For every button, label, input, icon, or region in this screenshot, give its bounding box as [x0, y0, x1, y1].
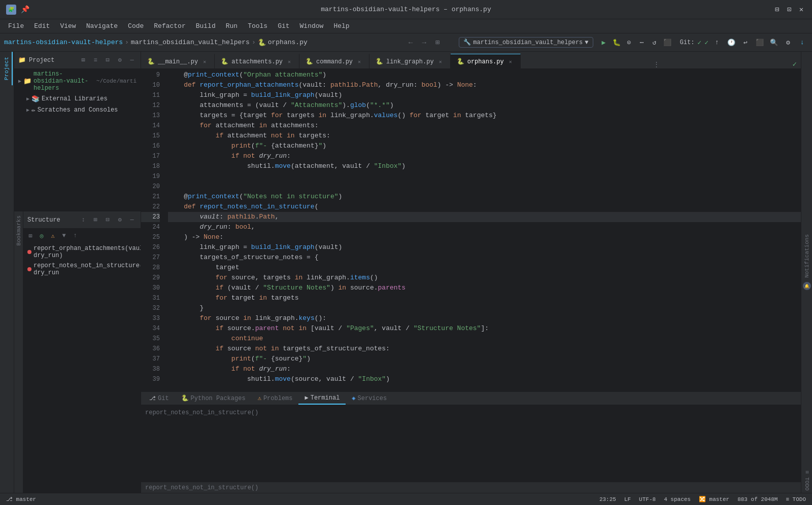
tab-attach-icon: 🐍: [221, 58, 228, 65]
encoding[interactable]: UTF-8: [637, 496, 658, 502]
git-stop-btn[interactable]: ⬛: [754, 37, 765, 48]
problems-tab[interactable]: ⚠ Problems: [252, 392, 299, 404]
struct-item-1[interactable]: report_orphan_attachments(vault, dry_run…: [23, 243, 141, 261]
editor-area: 🐍 __main__.py ✕ 🐍 attachments.py ✕ 🐍 com…: [141, 52, 801, 493]
stop-btn[interactable]: ⬛: [662, 37, 673, 48]
terminal-content[interactable]: report_notes_not_in_structure(): [141, 405, 801, 482]
tab-bar: 🐍 __main__.py ✕ 🐍 attachments.py ✕ 🐍 com…: [141, 52, 801, 69]
update-btn[interactable]: ↓: [797, 37, 808, 48]
menu-file[interactable]: File: [4, 21, 28, 31]
bookmarks-vtab[interactable]: Bookmarks: [14, 211, 23, 249]
menu-view[interactable]: View: [56, 21, 80, 31]
sort-btn[interactable]: ↕: [79, 215, 88, 225]
filter-btn[interactable]: ▼: [59, 231, 69, 241]
tree-scratches[interactable]: ▶ ✏ Scratches and Consoles: [14, 104, 141, 116]
forward-btn[interactable]: →: [419, 38, 429, 48]
git-history-btn[interactable]: 🕐: [726, 37, 737, 48]
menu-code[interactable]: Code: [124, 21, 148, 31]
flatten-btn[interactable]: ≡: [91, 56, 100, 65]
tab-attachments[interactable]: 🐍 attachments.py ✕: [215, 54, 299, 69]
terminal-tab[interactable]: ▶ Terminal: [298, 392, 346, 405]
settings-btn[interactable]: ⚙: [783, 37, 794, 48]
line-ending[interactable]: LF: [622, 496, 633, 502]
menu-git[interactable]: Git: [274, 21, 293, 31]
tab-attach-close[interactable]: ✕: [286, 58, 293, 65]
menu-tools[interactable]: Tools: [244, 21, 272, 31]
code-line-20: [168, 182, 801, 192]
services-tab[interactable]: ◈ Services: [346, 392, 393, 404]
code-line-24: dry_run: bool,: [168, 222, 801, 232]
menu-edit[interactable]: Edit: [30, 21, 54, 31]
todo-btn[interactable]: ≡ TODO: [802, 468, 811, 493]
tab-main-label: __main__.py: [158, 58, 198, 65]
code-line-31: for target in targets: [168, 293, 801, 303]
git-status[interactable]: ⎇ master: [4, 496, 38, 502]
settings-panel-btn[interactable]: ⚙: [115, 56, 124, 65]
breadcrumb-file[interactable]: orphans.py: [268, 39, 308, 46]
collapse-btn[interactable]: ⊟: [103, 56, 112, 65]
window-title: martins-obsidian-vault-helpers – orphans…: [321, 6, 491, 13]
coverage-btn[interactable]: ⊙: [624, 37, 635, 48]
menu-help[interactable]: Help: [329, 21, 353, 31]
tab-command[interactable]: 🐍 command.py ✕: [299, 54, 369, 69]
tab-link-close[interactable]: ✕: [437, 58, 444, 65]
services-tab-label: Services: [358, 395, 387, 402]
recent-btn[interactable]: ⊞: [432, 37, 443, 48]
menu-refactor[interactable]: Refactor: [150, 21, 189, 31]
pin-btn[interactable]: 📌: [20, 5, 29, 14]
struct-hide-btn[interactable]: —: [127, 215, 137, 225]
tree-ext-libs[interactable]: ▶ 📚 External Libraries: [14, 93, 141, 104]
tab-more-btn[interactable]: ⋮: [649, 60, 664, 68]
debug-btn[interactable]: 🐛: [611, 37, 622, 48]
tab-linkgraph[interactable]: 🐍 link_graph.py ✕: [369, 54, 451, 69]
tab-orphans[interactable]: 🐍 orphans.py ✕: [451, 54, 521, 69]
code-line-23: vault: pathlib.Path,: [168, 212, 801, 222]
notifications-vtab[interactable]: Notifications: [802, 230, 811, 282]
menu-window[interactable]: Window: [296, 21, 328, 31]
step-over-btn[interactable]: ↺: [649, 37, 660, 48]
branch-selector[interactable]: 🔧 martins_obsidian_vault_helpers ▼: [459, 37, 593, 48]
expand-btn[interactable]: ⊞: [25, 231, 36, 241]
git-tab[interactable]: ⎇ Git: [143, 393, 175, 404]
tab-main-close[interactable]: ✕: [201, 58, 208, 65]
breadcrumb-pkg[interactable]: martins_obsidian_vault_helpers: [131, 39, 250, 46]
menu-run[interactable]: Run: [222, 21, 242, 31]
code-line-19: [168, 171, 801, 182]
tab-cmd-close[interactable]: ✕: [356, 58, 363, 65]
up-btn[interactable]: ↑: [70, 231, 80, 241]
tree-root-arrow[interactable]: ▶ 📁 martins-obsidian-vault-helpers ~/Cod…: [14, 69, 141, 93]
memory-indicator[interactable]: 883 of 2048M: [735, 496, 780, 502]
close-btn[interactable]: ✕: [797, 5, 806, 14]
git-push-btn[interactable]: ↑: [712, 37, 723, 48]
struct-item-2[interactable]: report_notes_not_in_structure(vault, dry…: [23, 261, 141, 278]
warning-btn[interactable]: ⚠: [48, 231, 58, 241]
menu-build[interactable]: Build: [192, 21, 220, 31]
hide-panel-btn[interactable]: —: [127, 56, 137, 65]
python-tab-label: Python Packages: [191, 395, 246, 402]
indent-size[interactable]: 4 spaces: [662, 496, 693, 502]
more-run-btn[interactable]: ⋯: [636, 37, 648, 48]
run-btn[interactable]: ▶: [598, 37, 610, 48]
minimize-btn[interactable]: ⊟: [772, 5, 782, 14]
code-editor[interactable]: @print_context("Orphan attachments") def…: [164, 69, 801, 391]
scope-btn[interactable]: ⊞: [79, 56, 88, 65]
struct-settings-btn[interactable]: ⚙: [115, 215, 124, 225]
tab-main[interactable]: 🐍 __main__.py ✕: [141, 54, 215, 69]
todo-status[interactable]: ≡ TODO: [784, 496, 808, 502]
back-btn[interactable]: ←: [405, 38, 416, 48]
python-tab[interactable]: 🐍 Python Packages: [175, 392, 252, 404]
maximize-btn[interactable]: ⊡: [785, 5, 794, 14]
collapse-all-btn[interactable]: ⊟: [103, 215, 112, 225]
git-revert-btn[interactable]: ↩: [740, 37, 751, 48]
locate-btn[interactable]: ◎: [37, 231, 47, 241]
project-vtab[interactable]: Project: [2, 52, 13, 85]
run-controls: ▶ 🐛 ⊙ ⋯ ↺ ⬛: [598, 37, 673, 48]
tab-orphan-close[interactable]: ✕: [507, 58, 514, 65]
menu-navigate[interactable]: Navigate: [82, 21, 122, 31]
cursor-pos[interactable]: 23:25: [597, 496, 618, 502]
expand-all-btn[interactable]: ⊞: [91, 215, 100, 225]
search-btn[interactable]: 🔍: [768, 37, 780, 48]
vcs-branch[interactable]: 🔀 master: [697, 496, 731, 502]
left-panel: 📁 Project ⊞ ≡ ⊟ ⚙ — ▶ 📁 martins-obsidian…: [14, 52, 141, 493]
breadcrumb-root[interactable]: martins-obsidian-vault-helpers: [4, 39, 123, 46]
